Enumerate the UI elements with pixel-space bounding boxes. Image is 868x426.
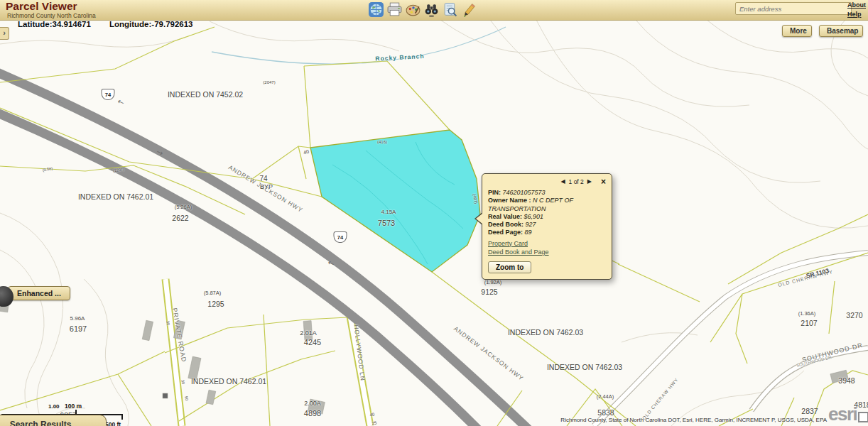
- scale-tick: [75, 410, 77, 414]
- popup-field: Real Value: $6,901: [488, 213, 606, 221]
- parcel-popup: ◀ 1 of 2 ▶ × PIN: 746201057573Owner Name…: [482, 173, 612, 280]
- esri-logo: esri: [828, 405, 868, 423]
- edit-pencil-icon[interactable]: [460, 1, 477, 18]
- popup-link[interactable]: Deed Book and Page: [488, 248, 606, 257]
- help-link[interactable]: Help: [847, 10, 862, 19]
- coordinates-display: Latitude:34.914671 Longitude:-79.792613: [18, 20, 193, 28]
- popup-header: ◀ 1 of 2 ▶ ×: [482, 174, 612, 187]
- popup-field: Deed Book: 927: [488, 221, 606, 229]
- basemap-button[interactable]: Basemap: [819, 25, 863, 37]
- esri-logo-mark: [858, 412, 868, 422]
- popup-fields: PIN: 746201057573Owner Name : N C DEPT O…: [482, 187, 612, 237]
- popup-close-icon[interactable]: ×: [601, 178, 606, 186]
- scale-imperial: 500 ft: [105, 421, 121, 426]
- about-link[interactable]: About: [847, 1, 866, 10]
- app-header: Parcel Viewer Richmond County North Caro…: [0, 0, 868, 21]
- latitude-readout: Latitude:34.914671: [18, 20, 91, 28]
- toolbar: [368, 1, 477, 18]
- popup-link[interactable]: Property Card: [488, 240, 606, 248]
- enhanced-tool: Enhanced ...: [0, 286, 70, 300]
- scale-metric-value: 1.00: [48, 403, 60, 410]
- address-input[interactable]: [735, 2, 852, 15]
- identify-icon[interactable]: [442, 1, 458, 18]
- app-title: Parcel Viewer: [6, 0, 77, 13]
- map-attribution: Richmond County, State of North Carolina…: [560, 417, 827, 423]
- popup-field: PIN: 746201057573: [488, 189, 606, 197]
- popup-next-arrow[interactable]: ▶: [587, 179, 592, 185]
- search-results-tab[interactable]: Search Results: [0, 415, 107, 426]
- popup-pager: 1 of 2: [569, 179, 584, 185]
- popup-pointer-fill: [476, 214, 482, 224]
- longitude-readout: Longitude:-79.792613: [109, 20, 193, 28]
- print-icon[interactable]: [386, 1, 403, 18]
- popup-prev-arrow[interactable]: ◀: [560, 179, 565, 185]
- app-subtitle: Richmond County North Carolina: [7, 12, 96, 19]
- globe-icon[interactable]: [368, 1, 384, 18]
- header-links: About Help: [847, 1, 866, 18]
- binoculars-search-icon[interactable]: [423, 1, 440, 18]
- parcel-viewer-app: Rocky BranchINDEXED ON 7452.02(2047)INDE…: [0, 0, 868, 426]
- draw-icon[interactable]: [405, 1, 421, 18]
- enhanced-button[interactable]: Enhanced ...: [8, 286, 70, 300]
- scale-metric-unit: 100 m: [65, 403, 82, 410]
- zoom-to-button[interactable]: Zoom to: [488, 261, 531, 273]
- esri-logo-text: esri: [828, 405, 857, 423]
- popup-links: Property CardDeed Book and Page: [482, 237, 612, 257]
- panel-expand-arrow[interactable]: ›: [0, 27, 9, 40]
- popup-field: Owner Name : N C DEPT OF TRANSPORTATION: [488, 197, 606, 213]
- map-canvas[interactable]: [0, 0, 868, 426]
- more-button[interactable]: More: [782, 25, 812, 37]
- popup-field: Deed Page: 89: [488, 229, 606, 236]
- scale-tick: [121, 414, 123, 420]
